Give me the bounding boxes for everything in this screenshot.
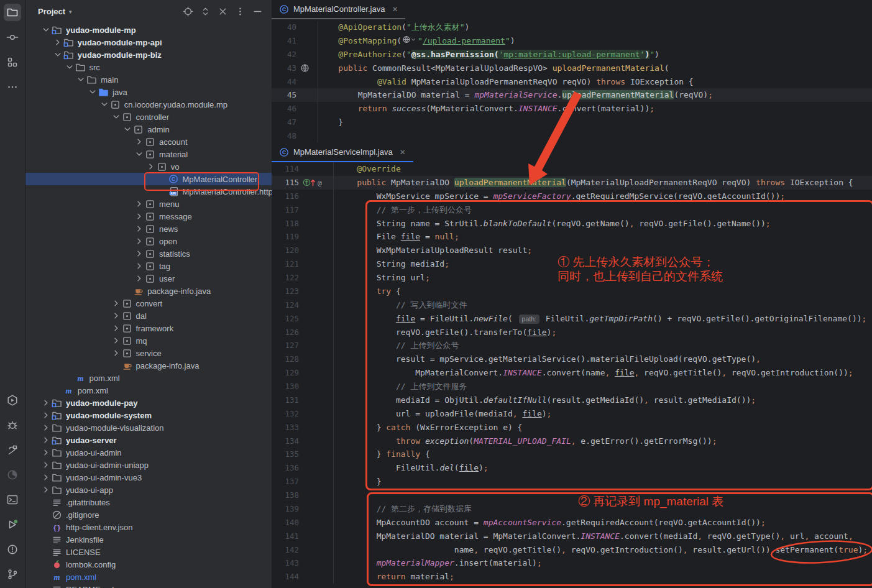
tree-item-material[interactable]: material (25, 148, 272, 160)
tree-item-yudao-ui-app[interactable]: yudao-ui-app (25, 484, 272, 496)
expand-selection-button[interactable] (200, 6, 211, 17)
tree-item-yudao-ui-admin-vue3[interactable]: yudao-ui-admin-vue3 (25, 471, 272, 484)
chevron-right-sm-icon[interactable] (134, 236, 144, 246)
code-area[interactable]: 114 @Override115@ public MpMaterialDO up… (272, 162, 872, 584)
chevron-right-sm-icon[interactable] (41, 398, 51, 408)
chevron-right-sm-icon[interactable] (41, 460, 51, 470)
chevron-down-icon[interactable]: ▾ (69, 9, 72, 15)
chevron-right-sm-icon[interactable] (134, 211, 144, 221)
tree-item-framework[interactable]: framework (25, 322, 272, 334)
chevron-right-sm-icon[interactable] (146, 162, 156, 172)
project-tree[interactable]: yudao-module-mpyudao-module-mp-apiyudao-… (25, 24, 272, 588)
tool-window-button-debug[interactable] (0, 413, 25, 438)
chevron-down-sm-icon[interactable] (134, 149, 144, 159)
tool-window-button-more-options[interactable] (0, 75, 25, 99)
tree-item-java[interactable]: java (25, 86, 272, 98)
tree-item-yudao-module-visualization[interactable]: yudao-module-visualization (25, 421, 272, 434)
tree-item-dal[interactable]: dal (25, 310, 272, 322)
tree-item-vo[interactable]: vo (25, 160, 272, 173)
chevron-down-sm-icon[interactable] (53, 50, 63, 60)
editor-mpmaterialcontroller-java[interactable]: CMpMaterialController.java✕40 @ApiOperat… (272, 0, 872, 143)
tree-item-src[interactable]: src (25, 61, 272, 73)
chevron-right-sm-icon[interactable] (134, 137, 144, 147)
tree-item-package-info-java[interactable]: package-info.java (25, 285, 272, 297)
chevron-right-sm-icon[interactable] (41, 485, 51, 495)
tree-item-readme-md[interactable]: README.md (25, 583, 272, 588)
chevron-right-sm-icon[interactable] (134, 249, 144, 259)
tab-mpmaterialcontroller-java[interactable]: CMpMaterialController.java✕ (272, 0, 405, 19)
tree-item-mpmaterialcontroller-http[interactable]: APIMpMaterialController.http (25, 185, 272, 198)
tool-window-button-commit[interactable] (0, 25, 25, 50)
chevron-down-sm-icon[interactable] (122, 124, 132, 134)
tree-item-license[interactable]: LICENSE (25, 546, 272, 558)
tree-item-gitattributes[interactable]: .gitattributes (25, 496, 272, 508)
tree-item-lombok-config[interactable]: lombok.config (25, 558, 272, 571)
tool-window-button-structure[interactable] (0, 50, 25, 75)
tree-item-statistics[interactable]: statistics (25, 247, 272, 260)
tree-item-admin[interactable]: admin (25, 123, 272, 136)
close-tab-icon[interactable]: ✕ (392, 5, 398, 14)
hide-panel-button[interactable] (252, 6, 263, 17)
tree-item-main[interactable]: main (25, 73, 272, 86)
tree-item-controller[interactable]: controller (25, 111, 272, 123)
chevron-down-sm-icon[interactable] (111, 112, 121, 122)
tree-item-message[interactable]: message (25, 210, 272, 223)
tree-item-convert[interactable]: convert (25, 297, 272, 310)
chevron-right-sm-icon[interactable] (111, 323, 121, 333)
tree-item-cn-iocoder-yudao-module-mp[interactable]: cn.iocoder.yudao.module.mp (25, 98, 272, 111)
tree-item-pom-xml[interactable]: mpom.xml (25, 384, 272, 397)
tree-item-yudao-module-system[interactable]: yudao-module-system (25, 409, 272, 421)
tree-item-jenkinsfile[interactable]: Jenkinsfile (25, 533, 272, 546)
tool-window-button-problems[interactable] (0, 537, 25, 562)
tool-window-button-terminal[interactable] (0, 487, 25, 512)
overriding-method-icon[interactable]: @ (303, 178, 328, 187)
tree-item-mq[interactable]: mq (25, 334, 272, 347)
tree-item-pom-xml[interactable]: mpom.xml (25, 571, 272, 583)
tree-item-yudao-module-mp-biz[interactable]: yudao-module-mp-biz (25, 48, 272, 61)
chevron-right-sm-icon[interactable] (111, 311, 121, 321)
more-options-kebab-button[interactable] (234, 6, 246, 17)
tree-item-yudao-server[interactable]: yudao-server (25, 434, 272, 446)
chevron-right-sm-icon[interactable] (111, 348, 121, 358)
tree-item-tag[interactable]: tag (25, 260, 272, 272)
chevron-right-sm-icon[interactable] (134, 199, 144, 209)
editor-mpmaterialserviceimpl-java[interactable]: CMpMaterialServiceImpl.java✕114 @Overrid… (272, 143, 872, 588)
tree-item-yudao-module-mp[interactable]: yudao-module-mp (25, 24, 272, 36)
chevron-down-sm-icon[interactable] (99, 99, 109, 109)
tool-window-button-services[interactable] (0, 388, 25, 413)
chevron-right-sm-icon[interactable] (41, 423, 51, 433)
tree-item-user[interactable]: user (25, 272, 272, 285)
chevron-down-sm-icon[interactable] (76, 75, 86, 85)
tree-item-yudao-ui-admin[interactable]: yudao-ui-admin (25, 446, 272, 459)
tree-item-package-info-java[interactable]: package-info.java (25, 359, 272, 372)
tree-item-account[interactable]: account (25, 136, 272, 148)
tool-window-button-run[interactable] (0, 512, 25, 537)
chevron-right-sm-icon[interactable] (41, 472, 51, 482)
tool-window-button-build[interactable] (0, 438, 25, 462)
chevron-right-sm-icon[interactable] (134, 273, 144, 283)
locate-file-button[interactable] (182, 6, 193, 17)
tree-item-yudao-module-mp-api[interactable]: yudao-module-mp-api (25, 36, 272, 48)
chevron-down-sm-icon[interactable] (88, 87, 98, 97)
tree-item-mpmaterialcontroller[interactable]: CMpMaterialController (25, 173, 272, 185)
chevron-right-sm-icon[interactable] (134, 261, 144, 271)
endpoint-globe-icon[interactable] (300, 63, 310, 73)
tree-item-open[interactable]: open (25, 235, 272, 247)
tree-item-http-client-env-json[interactable]: {}http-client.env.json (25, 521, 272, 533)
tool-window-button-version-control[interactable] (0, 562, 25, 587)
chevron-right-sm-icon[interactable] (111, 298, 121, 308)
tree-item-yudao-ui-admin-uniapp[interactable]: yudao-ui-admin-uniapp (25, 459, 272, 471)
tree-item-gitignore[interactable]: .gitignore (25, 508, 272, 521)
tool-window-button-project-folder[interactable] (0, 0, 25, 25)
chevron-right-sm-icon[interactable] (111, 336, 121, 346)
tree-item-news[interactable]: news (25, 223, 272, 235)
chevron-right-sm-icon[interactable] (134, 224, 144, 234)
chevron-right-sm-icon[interactable] (41, 410, 51, 420)
tree-item-service[interactable]: service (25, 347, 272, 359)
tree-item-pom-xml[interactable]: mpom.xml (25, 372, 272, 384)
collapse-all-button[interactable] (217, 6, 228, 17)
tree-item-menu[interactable]: menu (25, 198, 272, 210)
tool-window-button-profiler[interactable] (0, 462, 25, 487)
chevron-right-sm-icon[interactable] (41, 435, 51, 445)
code-area[interactable]: 40 @ApiOperation("上传永久素材")41 @PostMappin… (272, 21, 872, 143)
